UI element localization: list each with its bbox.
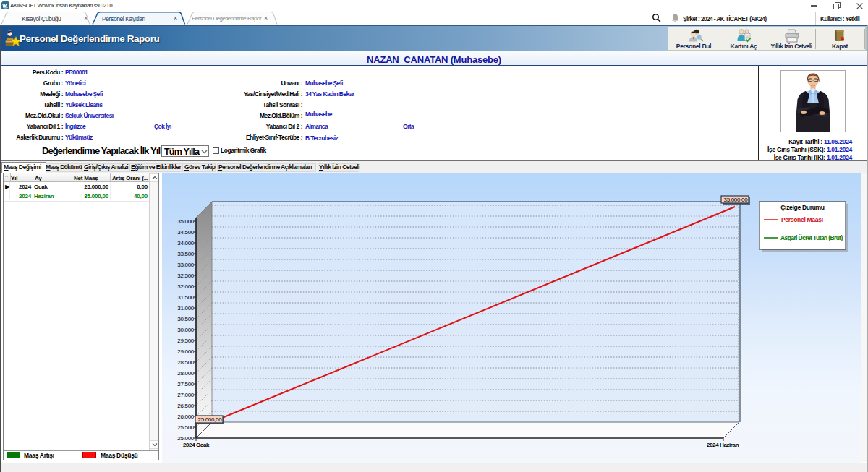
svg-text:2024 Ocak: 2024 Ocak: [183, 442, 210, 448]
svg-text:33.000: 33.000: [177, 262, 195, 268]
svg-text:35.000,00: 35.000,00: [724, 197, 749, 203]
svg-text:26.500: 26.500: [177, 403, 195, 409]
svg-text:27.000: 27.000: [177, 392, 195, 398]
svg-text:27.500: 27.500: [177, 381, 195, 387]
svg-text:Çizelge Durumu: Çizelge Durumu: [780, 204, 825, 211]
svg-text:30.500: 30.500: [177, 316, 195, 322]
svg-text:28.000: 28.000: [177, 370, 195, 377]
svg-text:2024 Haziran: 2024 Haziran: [707, 442, 739, 448]
svg-text:30.000: 30.000: [177, 327, 195, 333]
svg-text:25.000,00: 25.000,00: [198, 416, 223, 423]
svg-text:26.000: 26.000: [177, 413, 195, 420]
svg-text:25.500: 25.500: [177, 424, 195, 431]
svg-text:32.500: 32.500: [177, 273, 195, 279]
svg-text:34.500: 34.500: [177, 229, 195, 236]
svg-text:25.000: 25.000: [177, 435, 195, 442]
svg-text:34.000: 34.000: [177, 240, 195, 246]
svg-text:35.000: 35.000: [177, 218, 195, 225]
svg-text:28.500: 28.500: [177, 359, 195, 366]
svg-text:29.000: 29.000: [177, 348, 195, 355]
svg-text:Personel Maaşı: Personel Maaşı: [781, 216, 823, 223]
svg-text:Asgari Ücret Tutarı (Brüt): Asgari Ücret Tutarı (Brüt): [780, 234, 843, 241]
svg-text:31.500: 31.500: [177, 294, 195, 301]
svg-text:32.000: 32.000: [177, 283, 195, 290]
svg-text:31.000: 31.000: [177, 305, 195, 312]
svg-text:29.500: 29.500: [177, 338, 195, 344]
svg-text:33.500: 33.500: [177, 251, 195, 257]
